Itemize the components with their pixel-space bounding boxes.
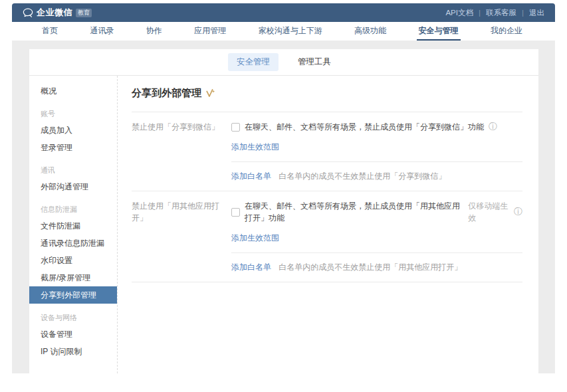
section-forbid-share-to-wechat: 禁止使用「分享到微信」 在聊天、邮件、文档等所有场景，禁止成员使用「分享到微信」… [132,112,522,191]
app-logo: 企业微信 教育 [23,7,92,19]
subtab-admin-tools[interactable]: 管理工具 [289,53,340,71]
workspace-background: 安全管理 管理工具 概况 账号 成员加入 登录管理 通讯 外部沟通管理 信息防泄… [12,41,555,373]
topbar: 企业微信 教育 API文档 | 联系客服 | 退出 [12,3,555,22]
chat-bubble-icon [23,8,33,18]
tab-home[interactable]: 首页 [40,22,60,41]
info-icon[interactable]: ⓘ [514,208,522,216]
sidebar-item-ip-access-restriction[interactable]: IP 访问限制 [29,343,117,360]
contact-support-link[interactable]: 联系客服 [486,8,516,18]
sidebar-item-share-external-management[interactable]: 分享到外部管理 [29,286,117,304]
topbar-links: API文档 | 联系客服 | 退出 [445,8,544,18]
add-whitelist-link[interactable]: 添加白名单 [231,262,271,272]
tab-advanced-features[interactable]: 高级功能 [352,22,388,41]
page-title-text: 分享到外部管理 [132,87,201,100]
whitelist-description: 白名单内的成员不生效禁止使用「用其他应用打开」 [279,262,462,272]
settings-sidebar: 概况 账号 成员加入 登录管理 通讯 外部沟通管理 信息防泄漏 文件防泄漏 通讯… [29,76,118,373]
tab-app-management[interactable]: 应用管理 [192,22,228,41]
app-title: 企业微信 [37,7,72,19]
sidebar-section-account: 账号 [29,106,117,122]
primary-nav: 首页 通讯录 协作 应用管理 家校沟通与上下游 高级功能 安全与管理 我的企业 [12,22,555,41]
checkbox-description: 在聊天、邮件、文档等所有场景，禁止成员使用「分享到微信」功能 [245,121,484,133]
whitelist-description: 白名单内的成员不生效禁止使用「分享到微信」 [279,171,446,181]
forbid-share-to-wechat-checkbox[interactable] [231,123,240,132]
sidebar-item-login-management[interactable]: 登录管理 [29,139,117,156]
page-title: 分享到外部管理 [132,87,522,100]
premium-sparkle-icon [205,88,215,98]
main-panel: 安全管理 管理工具 概况 账号 成员加入 登录管理 通讯 外部沟通管理 信息防泄… [29,49,538,373]
tab-collaboration[interactable]: 协作 [144,22,164,41]
sidebar-item-external-communication[interactable]: 外部沟通管理 [29,178,117,195]
forbid-open-other-apps-checkbox[interactable] [231,208,240,217]
divider [132,282,522,282]
tab-contacts[interactable]: 通讯录 [88,22,116,41]
setting-label: 禁止使用「分享到微信」 [132,121,231,181]
panel-header: 安全管理 管理工具 [29,49,538,76]
separator: | [522,9,524,17]
tab-school-communication[interactable]: 家校沟通与上下游 [257,22,324,41]
sidebar-item-contacts-leak-prevention[interactable]: 通讯录信息防泄漏 [29,235,117,252]
separator: | [479,9,481,17]
checkbox-suffix: 仅移动端生效 [468,200,509,224]
sidebar-item-file-leak-prevention[interactable]: 文件防泄漏 [29,217,117,235]
divider [231,252,522,253]
checkbox-description: 在聊天、邮件、文档等所有场景，禁止成员使用「用其他应用打开」功能 [245,200,463,224]
setting-label: 禁止使用「用其他应用打开」 [132,200,231,272]
edition-badge: 教育 [76,9,92,17]
section-forbid-open-with-other-apps: 禁止使用「用其他应用打开」 在聊天、邮件、文档等所有场景，禁止成员使用「用其他应… [132,191,522,282]
info-icon[interactable]: ⓘ [489,123,497,131]
sidebar-item-member-join[interactable]: 成员加入 [29,122,117,139]
logout-link[interactable]: 退出 [529,8,544,18]
sidebar-item-device-management[interactable]: 设备管理 [29,326,117,343]
divider [231,161,522,162]
sidebar-item-screen-capture-management[interactable]: 截屏/录屏管理 [29,269,117,286]
add-scope-link[interactable]: 添加生效范围 [231,233,279,243]
add-whitelist-link[interactable]: 添加白名单 [231,171,271,181]
sidebar-item-overview[interactable]: 概况 [29,82,117,100]
sidebar-item-watermark-settings[interactable]: 水印设置 [29,252,117,269]
tab-my-enterprise[interactable]: 我的企业 [489,22,524,41]
sidebar-section-info-leak-prevention: 信息防泄漏 [29,201,117,217]
subtab-security-admin[interactable]: 安全管理 [228,53,279,71]
sidebar-section-communication: 通讯 [29,162,117,178]
content-area: 分享到外部管理 禁止使用「分享到微信」 在聊 [118,76,538,373]
tab-security-management[interactable]: 安全与管理 [417,22,461,41]
add-scope-link[interactable]: 添加生效范围 [231,142,279,152]
api-docs-link[interactable]: API文档 [445,8,473,18]
sidebar-section-device-network: 设备与网络 [29,310,117,326]
